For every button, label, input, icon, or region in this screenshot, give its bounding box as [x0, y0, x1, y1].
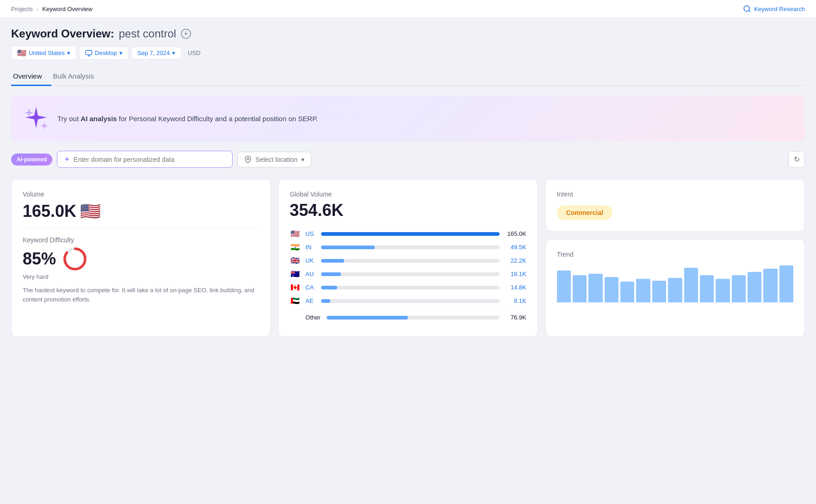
- us-code: US: [305, 230, 316, 237]
- other-label: Other: [305, 314, 322, 321]
- ai-banner-text: Try out AI analysis for Personal Keyword…: [57, 115, 318, 123]
- ae-bar-track: [321, 299, 499, 303]
- keyword-research-icon: [743, 5, 751, 13]
- au-value: 18.1K: [504, 270, 526, 277]
- trend-bar: [652, 281, 666, 302]
- tab-overview-label: Overview: [13, 72, 42, 80]
- ai-sparkle-icon: [22, 104, 50, 132]
- global-volume-value: 354.6K: [290, 201, 526, 220]
- trend-label: Trend: [557, 251, 793, 258]
- title-prefix: Keyword Overview:: [11, 27, 114, 40]
- location-select-chevron-icon: ▾: [301, 156, 304, 163]
- ai-banner: Try out AI analysis for Personal Keyword…: [11, 95, 805, 141]
- trend-bar: [779, 265, 793, 302]
- in-bar-fill: [321, 246, 375, 249]
- refresh-button[interactable]: ↻: [788, 151, 805, 168]
- kd-label: Keyword Difficulty: [23, 236, 259, 244]
- date-label: Sep 7, 2024: [137, 49, 170, 56]
- trend-bar: [763, 269, 777, 302]
- uk-bar-fill: [321, 259, 344, 263]
- uk-code: UK: [305, 257, 316, 264]
- ca-flag: 🇨🇦: [290, 283, 301, 292]
- breadcrumb-projects[interactable]: Projects: [11, 6, 33, 12]
- ai-text-prefix: Try out: [57, 115, 80, 123]
- other-bar-track: [327, 316, 499, 320]
- location-label: United States: [29, 49, 65, 56]
- country-row-other: Other 76.9K: [290, 314, 526, 321]
- ae-flag: 🇦🇪: [290, 296, 301, 305]
- country-row-uk: 🇬🇧 UK 22.2K: [290, 256, 526, 265]
- domain-input-wrapper[interactable]: ✦: [57, 151, 233, 168]
- intent-label: Intent: [557, 191, 793, 198]
- trend-bar: [620, 282, 634, 302]
- cards-grid: Volume 165.0K 🇺🇸 Keyword Difficulty 85% …: [11, 179, 805, 337]
- ae-code: AE: [305, 297, 316, 304]
- keyword-research-label: Keyword Research: [754, 6, 805, 12]
- domain-input[interactable]: [74, 156, 226, 163]
- svg-point-0: [744, 6, 749, 11]
- uk-value: 22.2K: [504, 257, 526, 264]
- volume-value: 165.0K 🇺🇸: [23, 202, 259, 221]
- other-bar-fill: [327, 316, 408, 320]
- au-flag: 🇦🇺: [290, 270, 301, 278]
- tabs-row: Overview Bulk Analysis: [11, 68, 805, 86]
- device-chevron-icon: ▾: [119, 49, 123, 56]
- main-content: Keyword Overview: pest control + 🇺🇸 Unit…: [0, 18, 816, 346]
- kd-value-row: 85%: [23, 247, 259, 270]
- country-row-ae: 🇦🇪 AE 8.1K: [290, 296, 526, 305]
- au-bar-track: [321, 272, 499, 276]
- country-row-us: 🇺🇸 US 165.0K: [290, 229, 526, 238]
- location-filter[interactable]: 🇺🇸 United States ▾: [11, 46, 76, 60]
- trend-bar: [732, 275, 746, 302]
- card-divider: [23, 228, 259, 229]
- au-bar-fill: [321, 272, 340, 276]
- ca-bar-fill: [321, 286, 337, 289]
- date-filter[interactable]: Sep 7, 2024 ▾: [131, 47, 181, 59]
- ca-bar-track: [321, 286, 499, 289]
- keyword-research-link[interactable]: Keyword Research: [743, 5, 805, 13]
- trend-bar: [684, 268, 698, 302]
- location-select[interactable]: Select location ▾: [237, 152, 311, 167]
- filters-row: 🇺🇸 United States ▾ Desktop ▾ Sep 7, 2024…: [11, 46, 805, 60]
- plus-icon: +: [184, 30, 188, 38]
- kd-description: The hardest keyword to compete for. It w…: [23, 286, 259, 304]
- trend-bar: [716, 279, 729, 302]
- location-chevron-icon: ▾: [67, 49, 70, 56]
- volume-number: 165.0K: [23, 202, 76, 221]
- volume-kd-card: Volume 165.0K 🇺🇸 Keyword Difficulty 85% …: [11, 179, 271, 337]
- global-volume-card: Global Volume 354.6K 🇺🇸 US 165.0K 🇮🇳 IN …: [278, 179, 538, 337]
- country-row-au: 🇦🇺 AU 18.1K: [290, 270, 526, 278]
- svg-point-2: [247, 158, 249, 160]
- tab-overview[interactable]: Overview: [11, 68, 51, 86]
- intent-badge: Commercial: [557, 205, 612, 220]
- ca-value: 14.8K: [504, 284, 526, 291]
- ai-powered-badge: AI-powered: [11, 154, 52, 166]
- breadcrumb-current: Keyword Overview: [42, 6, 92, 12]
- trend-bar: [636, 279, 650, 302]
- global-volume-label: Global Volume: [290, 191, 526, 198]
- trend-chart: [557, 265, 793, 302]
- add-to-list-button[interactable]: +: [181, 29, 191, 39]
- location-pin-icon: [244, 156, 252, 163]
- us-bar-track: [321, 232, 499, 236]
- other-value: 76.9K: [504, 314, 526, 321]
- tab-bulk-analysis[interactable]: Bulk Analysis: [51, 68, 103, 86]
- in-code: IN: [305, 244, 316, 251]
- device-filter[interactable]: Desktop ▾: [79, 47, 129, 60]
- trend-bar: [573, 275, 587, 302]
- intent-card: Intent Commercial: [545, 179, 805, 232]
- currency-label: USD: [188, 49, 200, 56]
- desktop-icon: [85, 49, 93, 57]
- sparkle-icon: ✦: [64, 155, 70, 164]
- location-flag: 🇺🇸: [17, 49, 26, 57]
- trend-bar: [588, 274, 602, 302]
- in-bar-track: [321, 246, 499, 249]
- us-flag: 🇺🇸: [290, 229, 301, 238]
- ai-input-row: AI-powered ✦ Select location ▾ ↻: [11, 151, 805, 168]
- trend-bar: [668, 278, 682, 302]
- page-title: Keyword Overview: pest control +: [11, 27, 805, 40]
- country-row-ca: 🇨🇦 CA 14.8K: [290, 283, 526, 292]
- us-bar-fill: [321, 232, 499, 236]
- page-header: Keyword Overview: pest control + 🇺🇸 Unit…: [11, 27, 805, 60]
- keyword-name: pest control: [119, 27, 176, 40]
